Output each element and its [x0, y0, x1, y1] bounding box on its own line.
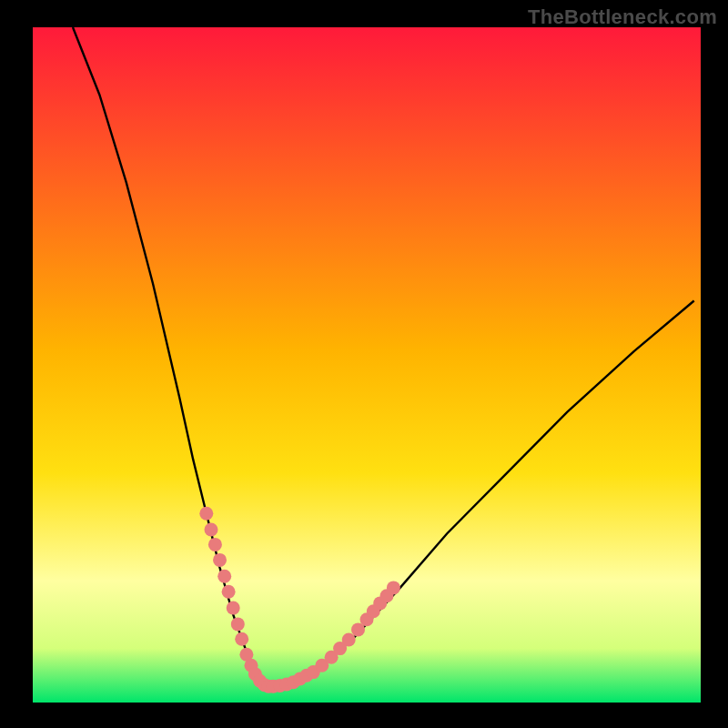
data-dot: [342, 633, 356, 647]
plot-area: [33, 27, 701, 703]
data-dot: [222, 585, 236, 599]
bottleneck-chart: [0, 0, 728, 728]
chart-frame: TheBottleneck.com: [0, 0, 728, 728]
data-dot: [205, 523, 218, 537]
data-dot: [227, 602, 240, 615]
watermark-text: TheBottleneck.com: [528, 5, 717, 29]
data-dot: [208, 538, 222, 551]
data-dot: [231, 617, 245, 631]
data-dot: [213, 553, 227, 567]
data-dot: [217, 570, 231, 583]
data-dot: [387, 581, 400, 594]
data-dot: [199, 507, 213, 521]
data-dot: [235, 632, 248, 646]
